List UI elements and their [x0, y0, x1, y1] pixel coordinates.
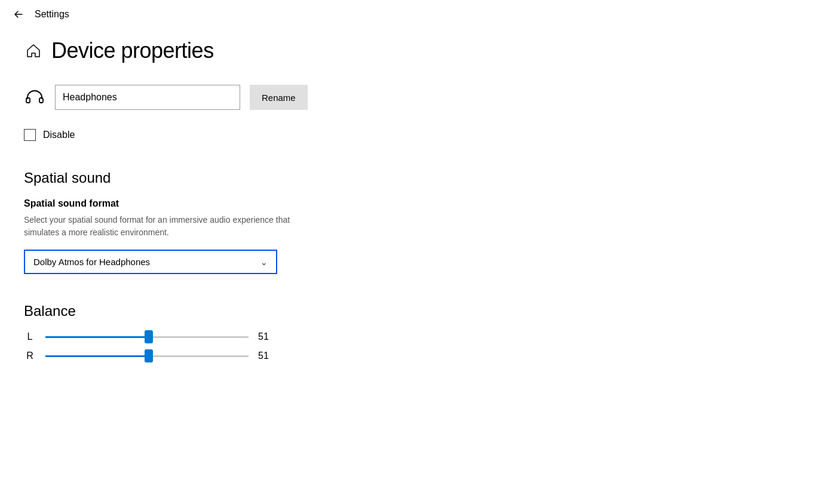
disable-checkbox[interactable] [24, 129, 36, 141]
page-title: Device properties [51, 38, 214, 63]
spatial-sound-dropdown-container: Off Windows Sonic for Headphones Dolby A… [25, 251, 276, 273]
balance-section: Balance L 51 R 51 [24, 303, 810, 361]
main-content: Device properties Rename Disable Spatial… [0, 29, 834, 394]
right-channel-label: R [24, 351, 36, 361]
page-title-row: Device properties [24, 38, 810, 63]
back-button[interactable] [10, 5, 27, 23]
spatial-sound-section: Spatial sound Spatial sound format Selec… [24, 170, 810, 303]
spatial-sound-dropdown[interactable]: Off Windows Sonic for Headphones Dolby A… [25, 251, 276, 273]
balance-title: Balance [24, 303, 810, 319]
rename-button[interactable]: Rename [250, 85, 308, 110]
home-icon [24, 41, 43, 60]
left-balance-value: 51 [258, 331, 276, 342]
topbar-title: Settings [35, 9, 69, 20]
right-balance-row: R 51 [24, 351, 810, 361]
disable-row: Disable [24, 129, 810, 141]
left-balance-slider[interactable] [45, 336, 249, 338]
left-channel-label: L [24, 331, 36, 342]
disable-label[interactable]: Disable [43, 130, 75, 140]
left-balance-row: L 51 [24, 331, 810, 342]
right-balance-slider[interactable] [45, 355, 249, 357]
spatial-sound-dropdown-wrap: Off Windows Sonic for Headphones Dolby A… [24, 250, 277, 274]
svg-rect-0 [26, 98, 30, 103]
spatial-sound-format-desc: Select your spatial sound format for an … [24, 214, 323, 239]
headphones-icon [24, 87, 45, 108]
device-name-row: Rename [24, 85, 810, 110]
device-name-input[interactable] [55, 85, 240, 110]
top-bar: Settings [0, 0, 834, 29]
right-balance-value: 51 [258, 351, 276, 361]
spatial-sound-format-label: Spatial sound format [24, 198, 810, 209]
svg-rect-1 [39, 98, 43, 103]
spatial-sound-title: Spatial sound [24, 170, 810, 186]
